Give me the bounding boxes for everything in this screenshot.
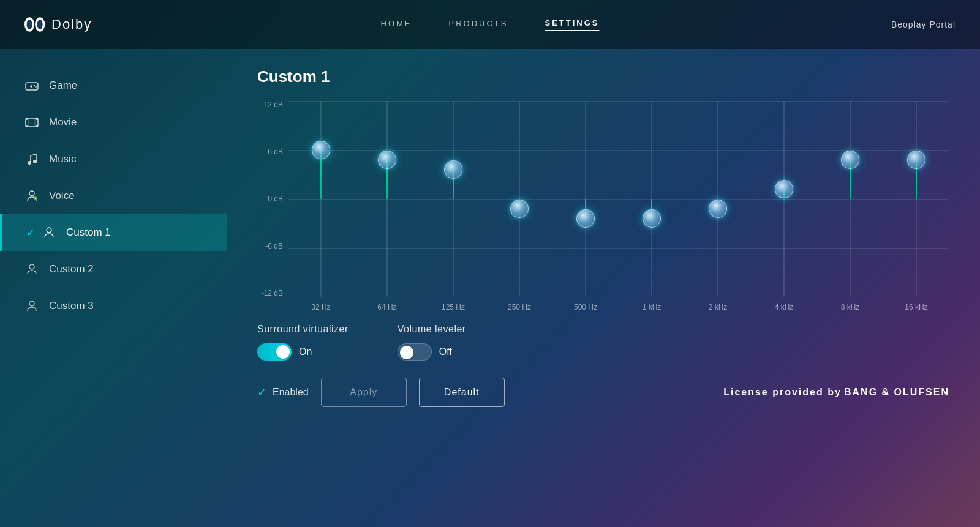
svg-point-1 (27, 20, 32, 29)
surround-virtualizer-group: Surround virtualizer On (257, 324, 349, 361)
freq-label-8kHz: 8 kHz (817, 303, 883, 312)
sidebar-item-game[interactable]: Game (0, 67, 227, 104)
band-knob[interactable] (775, 180, 793, 198)
sidebar-music-label: Music (49, 153, 76, 165)
controls-actions: ✓ Enabled Apply Default License provided… (257, 378, 949, 407)
eq-label-0db: 0 dB (257, 195, 288, 203)
bottom-controls: Surround virtualizer On Volume leveler (257, 324, 949, 407)
band-knob[interactable] (444, 160, 462, 179)
custom3-icon (24, 299, 39, 313)
freq-label-32Hz: 32 Hz (288, 303, 354, 312)
default-button[interactable]: Default (419, 378, 505, 407)
sidebar-item-custom1[interactable]: ✓ Custom 1 (0, 214, 227, 251)
freq-label-64Hz: 64 Hz (354, 303, 420, 312)
surround-toggle[interactable] (257, 343, 292, 361)
eq-band-4kHz (751, 101, 817, 297)
nav-settings[interactable]: SETTINGS (545, 18, 599, 31)
volume-toggle-knob (400, 346, 413, 359)
license-info: License provided by BANG & OLUFSEN (723, 387, 949, 398)
eq-band-16kHz (883, 101, 949, 297)
eq-band-8kHz (817, 101, 883, 297)
eq-label-12db: 12 dB (257, 101, 288, 108)
enabled-check-icon: ✓ (257, 386, 266, 399)
volume-toggle-row: Off (398, 343, 466, 361)
nav-home[interactable]: HOME (381, 19, 412, 31)
page-title: Custom 1 (257, 67, 949, 86)
sidebar-item-voice[interactable]: Voice (0, 178, 227, 214)
eq-band-500Hz (552, 101, 619, 297)
freq-label-16kHz: 16 kHz (883, 303, 949, 312)
svg-point-3 (37, 20, 43, 29)
active-check-icon: ✓ (26, 227, 34, 239)
volume-toggle[interactable] (398, 343, 432, 361)
sidebar-custom3-label: Custom 3 (49, 300, 94, 312)
band-knob[interactable] (378, 151, 396, 169)
svg-point-20 (47, 228, 51, 233)
volume-leveler-group: Volume leveler Off (398, 324, 466, 361)
custom2-icon (24, 262, 39, 277)
nav-products[interactable]: PRODUCTS (449, 19, 508, 31)
eq-chart (288, 101, 949, 297)
band-knob[interactable] (841, 151, 859, 169)
band-knob[interactable] (576, 209, 595, 228)
apply-button[interactable]: Apply (321, 378, 407, 407)
sidebar-item-music[interactable]: Music (0, 141, 227, 178)
freq-label-4kHz: 4 kHz (751, 303, 817, 312)
controls-toggles: Surround virtualizer On Volume leveler (257, 324, 949, 361)
freq-label-2kHz: 2 kHz (685, 303, 751, 312)
eq-band-250Hz (486, 101, 552, 297)
svg-point-19 (34, 196, 37, 200)
svg-point-22 (29, 301, 34, 306)
svg-point-16 (28, 161, 31, 165)
sidebar-game-label: Game (49, 80, 77, 92)
sidebar-custom2-label: Custom 2 (49, 263, 94, 275)
eq-label-neg12db: -12 dB (257, 290, 288, 297)
eq-label-neg6db: -6 dB (257, 242, 288, 250)
sidebar-item-custom3[interactable]: Custom 3 (0, 288, 227, 324)
eq-band-1kHz (619, 101, 685, 297)
logo: Dolby (24, 17, 92, 32)
voice-icon (24, 189, 39, 203)
nav-links: HOME PRODUCTS SETTINGS (381, 18, 600, 31)
sidebar-item-movie[interactable]: Movie (0, 104, 227, 141)
enabled-status: ✓ Enabled (257, 386, 309, 399)
svg-rect-13 (36, 125, 38, 127)
volume-leveler-label: Volume leveler (398, 324, 466, 335)
sidebar-custom1-label: Custom 1 (66, 226, 111, 239)
band-knob[interactable] (312, 141, 330, 159)
enabled-label: Enabled (273, 387, 309, 398)
band-track (320, 101, 322, 297)
eq-band-125Hz (420, 101, 486, 297)
freq-label-125Hz: 125 Hz (420, 303, 486, 312)
band-knob[interactable] (510, 200, 529, 218)
band-track (783, 101, 785, 297)
freq-label-250Hz: 250 Hz (486, 303, 552, 312)
sidebar-item-custom2[interactable]: Custom 2 (0, 251, 227, 288)
svg-rect-10 (26, 118, 28, 120)
band-track (916, 101, 917, 297)
band-knob[interactable] (709, 200, 727, 218)
svg-point-17 (33, 160, 37, 163)
band-track (386, 101, 388, 297)
main-content: Game Movie (0, 49, 980, 527)
band-knob[interactable] (907, 151, 925, 169)
sidebar-voice-label: Voice (49, 190, 75, 202)
freq-label-1kHz: 1 kHz (619, 303, 685, 312)
dolby-logo-icon (24, 17, 47, 32)
svg-rect-11 (36, 118, 38, 120)
svg-point-8 (35, 86, 36, 88)
svg-point-21 (29, 264, 34, 269)
surround-toggle-state: On (299, 346, 312, 357)
band-knob[interactable] (643, 209, 661, 228)
eq-band-64Hz (354, 101, 420, 297)
freq-labels: 32 Hz64 Hz125 Hz250 Hz500 Hz1 kHz2 kHz4 … (288, 303, 949, 312)
sidebar-movie-label: Movie (49, 116, 77, 129)
custom1-icon (42, 225, 56, 240)
license-brand: BANG & OLUFSEN (844, 387, 949, 397)
svg-point-7 (34, 85, 35, 86)
equalizer-section: 12 dB 6 dB 0 dB -6 dB -12 dB (257, 101, 949, 297)
content-area: Custom 1 12 dB 6 dB 0 dB -6 dB -12 dB (227, 49, 980, 527)
freq-label-500Hz: 500 Hz (552, 303, 619, 312)
svg-point-18 (29, 191, 34, 196)
portal-label: Beoplay Portal (891, 20, 956, 29)
